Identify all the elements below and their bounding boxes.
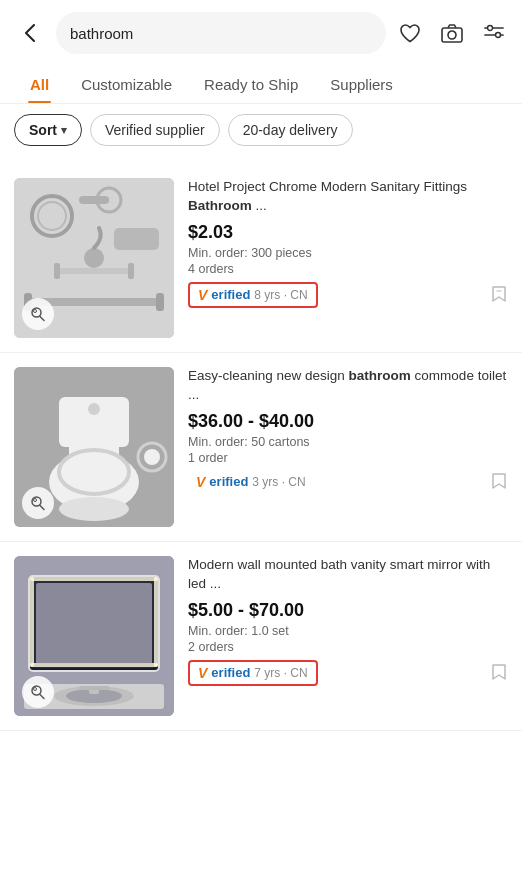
- svg-rect-18: [128, 263, 134, 279]
- svg-point-27: [59, 497, 129, 521]
- verified-label: erified: [211, 287, 250, 302]
- svg-rect-37: [30, 577, 158, 581]
- search-bar[interactable]: bathroom: [56, 12, 386, 54]
- filter-row: Sort ▾ Verified supplier 20-day delivery: [0, 104, 522, 156]
- svg-point-1: [448, 31, 456, 39]
- verified-meta-p3: 7 yrs · CN: [254, 666, 307, 680]
- verified-badge-p2: V erified 3 yrs · CN: [188, 471, 314, 493]
- product-title-p2[interactable]: Easy-cleaning new design bathroom commod…: [188, 367, 508, 405]
- svg-rect-39: [30, 577, 34, 667]
- image-search-button[interactable]: [22, 298, 54, 330]
- product-moq-p3: Min. order: 1.0 set: [188, 624, 508, 638]
- verified-badge-p3: V erified 7 yrs · CN: [188, 660, 318, 686]
- product-details-p2: Easy-cleaning new design bathroom commod…: [188, 367, 508, 493]
- svg-point-19: [32, 308, 41, 317]
- product-image-p2[interactable]: [14, 367, 174, 527]
- category-tabs: All Customizable Ready to Ship Suppliers: [0, 66, 522, 104]
- save-icon-p1[interactable]: [490, 284, 508, 306]
- svg-rect-14: [156, 293, 164, 311]
- product-price-p3: $5.00 - $70.00: [188, 600, 508, 621]
- svg-rect-9: [79, 196, 109, 204]
- verified-label: erified: [211, 665, 250, 680]
- header: bathroom: [0, 0, 522, 66]
- product-details-p3: Modern wall mounted bath vanity smart mi…: [188, 556, 508, 686]
- svg-rect-40: [154, 577, 158, 667]
- svg-point-31: [32, 497, 41, 506]
- product-title-p1[interactable]: Hotel Project Chrome Modern Sanitary Fit…: [188, 178, 508, 216]
- svg-point-32: [34, 499, 37, 502]
- verified-supplier-filter[interactable]: Verified supplier: [90, 114, 220, 146]
- image-search-button[interactable]: [22, 487, 54, 519]
- svg-point-5: [496, 33, 501, 38]
- header-icons: [396, 19, 508, 47]
- filter-settings-icon[interactable]: [480, 19, 508, 47]
- product-orders-p2: 1 order: [188, 451, 508, 465]
- svg-point-48: [34, 688, 37, 691]
- product-list: Hotel Project Chrome Modern Sanitary Fit…: [0, 156, 522, 739]
- product-item: Modern wall mounted bath vanity smart mi…: [0, 542, 522, 731]
- svg-rect-17: [54, 263, 60, 279]
- product-moq-p1: Min. order: 300 pieces: [188, 246, 508, 260]
- product-orders-p3: 2 orders: [188, 640, 508, 654]
- product-moq-p2: Min. order: 50 cartons: [188, 435, 508, 449]
- svg-point-15: [84, 248, 104, 268]
- save-icon-p2[interactable]: [490, 471, 508, 493]
- image-search-button[interactable]: [22, 676, 54, 708]
- svg-rect-16: [54, 268, 134, 274]
- svg-rect-0: [442, 28, 462, 42]
- save-icon-p3[interactable]: [490, 662, 508, 684]
- product-orders-p1: 4 orders: [188, 262, 508, 276]
- svg-point-4: [488, 26, 493, 31]
- verified-row-p3: V erified 7 yrs · CN: [188, 660, 508, 686]
- camera-icon[interactable]: [438, 19, 466, 47]
- chevron-down-icon: ▾: [61, 124, 67, 137]
- product-image-p3[interactable]: [14, 556, 174, 716]
- back-button[interactable]: [14, 17, 46, 49]
- svg-point-28: [88, 403, 100, 415]
- tab-customizable[interactable]: Customizable: [65, 66, 188, 103]
- verified-v-letter: V: [198, 287, 207, 303]
- svg-rect-41: [36, 583, 152, 664]
- verified-row-p2: V erified 3 yrs · CN: [188, 471, 508, 493]
- svg-point-20: [34, 310, 37, 313]
- verified-meta-p1: 8 yrs · CN: [254, 288, 307, 302]
- search-input-value: bathroom: [70, 25, 133, 42]
- verified-meta-p2: 3 yrs · CN: [252, 475, 305, 489]
- svg-rect-11: [114, 228, 159, 250]
- product-item: Easy-cleaning new design bathroom commod…: [0, 353, 522, 542]
- svg-point-30: [144, 449, 160, 465]
- sort-filter[interactable]: Sort ▾: [14, 114, 82, 146]
- verified-v-letter: V: [196, 474, 205, 490]
- tab-all[interactable]: All: [14, 66, 65, 103]
- verified-label: erified: [209, 474, 248, 489]
- verified-badge-p1: V erified 8 yrs · CN: [188, 282, 318, 308]
- svg-rect-46: [79, 686, 109, 690]
- product-title-p3[interactable]: Modern wall mounted bath vanity smart mi…: [188, 556, 508, 594]
- tab-ready-to-ship[interactable]: Ready to Ship: [188, 66, 314, 103]
- wishlist-icon[interactable]: [396, 19, 424, 47]
- verified-row-p1: V erified 8 yrs · CN: [188, 282, 508, 308]
- product-price-p1: $2.03: [188, 222, 508, 243]
- tab-suppliers[interactable]: Suppliers: [314, 66, 409, 103]
- product-price-p2: $36.00 - $40.00: [188, 411, 508, 432]
- svg-point-47: [32, 686, 41, 695]
- product-details-p1: Hotel Project Chrome Modern Sanitary Fit…: [188, 178, 508, 308]
- product-image-p1[interactable]: [14, 178, 174, 338]
- verified-v-letter: V: [198, 665, 207, 681]
- 20day-delivery-filter[interactable]: 20-day delivery: [228, 114, 353, 146]
- product-item: Hotel Project Chrome Modern Sanitary Fit…: [0, 164, 522, 353]
